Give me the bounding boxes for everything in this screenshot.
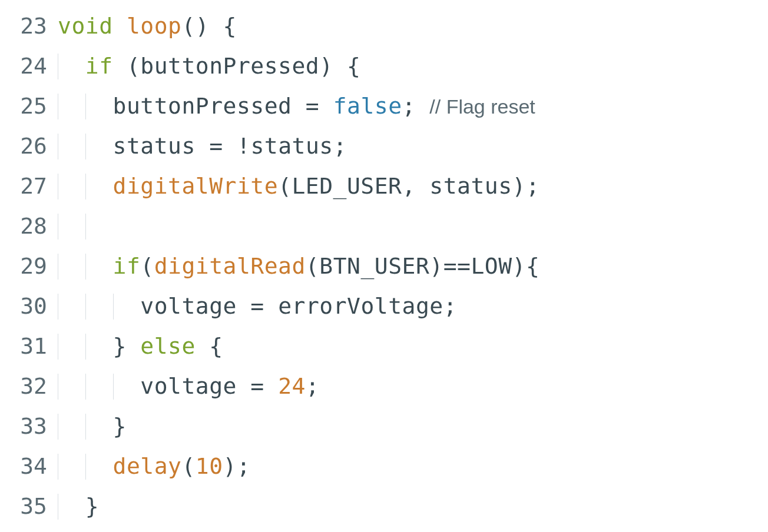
token-space xyxy=(196,133,209,159)
code-content: buttonPressed = false; // Flag reset xyxy=(58,86,768,127)
token-punct: ; xyxy=(526,173,539,199)
token-punct: } xyxy=(113,333,127,359)
indent-guide xyxy=(113,374,114,400)
line-number: 26 xyxy=(0,126,58,166)
token-space xyxy=(333,53,347,79)
token-number: 10 xyxy=(196,453,223,479)
token-space xyxy=(264,293,278,319)
indent-space xyxy=(58,373,85,399)
code-content: voltage = 24; xyxy=(58,366,768,406)
token-punct: ; xyxy=(333,133,347,159)
token-punct: ) xyxy=(512,253,526,279)
code-content: if (buttonPressed) { xyxy=(58,46,768,86)
line-number: 33 xyxy=(0,406,58,446)
token-punct: ( xyxy=(127,53,140,79)
token-space xyxy=(127,333,140,359)
indent-space xyxy=(58,333,85,359)
token-ident: status xyxy=(250,133,333,159)
token-punct: ) xyxy=(512,173,526,199)
code-line: 30 voltage = errorVoltage; xyxy=(0,286,768,326)
code-content: delay(10); xyxy=(58,446,768,486)
indent-space xyxy=(113,293,141,319)
token-punct: { xyxy=(526,253,539,279)
indent-space xyxy=(85,293,113,319)
token-const: BTN_USER xyxy=(319,253,429,279)
indent-guide xyxy=(85,414,86,440)
token-punct: { xyxy=(223,13,237,39)
token-comment: // Flag reset xyxy=(429,95,535,118)
indent-space xyxy=(58,213,85,239)
token-ident: voltage xyxy=(140,293,237,319)
token-number: 24 xyxy=(278,373,306,399)
indent-guide xyxy=(58,174,58,200)
indent-guide xyxy=(85,294,86,320)
indent-space xyxy=(85,93,113,119)
token-const: LED_USER xyxy=(292,173,402,199)
indent-space xyxy=(58,253,85,279)
token-literal-kw: false xyxy=(333,93,402,119)
token-space xyxy=(237,373,250,399)
token-punct: ( xyxy=(278,173,292,199)
indent-space xyxy=(58,53,85,79)
indent-space xyxy=(58,493,85,519)
line-number: 25 xyxy=(0,86,58,126)
indent-space xyxy=(113,373,141,399)
indent-space xyxy=(58,133,85,159)
indent-space xyxy=(58,413,85,439)
token-punct: ) xyxy=(429,253,443,279)
code-content: if(digitalRead(BTN_USER)==LOW){ xyxy=(58,246,768,286)
token-space xyxy=(416,93,429,119)
token-ident: voltage xyxy=(140,373,237,399)
indent-guide xyxy=(58,334,58,360)
line-number: 32 xyxy=(0,366,58,406)
line-number: 27 xyxy=(0,166,58,206)
token-punct: } xyxy=(113,413,127,439)
token-punct: ; xyxy=(402,93,416,119)
indent-space xyxy=(85,133,113,159)
token-func-def: loop xyxy=(127,13,182,39)
indent-space xyxy=(58,453,85,479)
indent-guide xyxy=(85,454,86,480)
token-func-call: digitalWrite xyxy=(113,173,279,199)
line-number: 23 xyxy=(0,6,58,46)
code-line: 24 if (buttonPressed) { xyxy=(0,46,768,86)
token-punct: ; xyxy=(443,293,457,319)
indent-space xyxy=(85,213,113,239)
code-line: 35 } xyxy=(0,486,768,526)
code-line: 25 buttonPressed = false; // Flag reset xyxy=(0,86,768,126)
token-space xyxy=(416,173,429,199)
token-space xyxy=(264,373,278,399)
indent-guide xyxy=(85,214,86,240)
indent-space xyxy=(58,293,85,319)
token-keyword: else xyxy=(140,333,196,359)
code-content: void loop() { xyxy=(58,6,768,46)
token-func-call: delay xyxy=(113,453,182,479)
token-ident: status xyxy=(429,173,512,199)
line-number: 24 xyxy=(0,46,58,86)
indent-space xyxy=(85,453,113,479)
line-number: 28 xyxy=(0,206,58,246)
code-content: } xyxy=(58,406,768,446)
indent-guide xyxy=(85,374,86,400)
code-content: } else { xyxy=(58,326,768,366)
token-punct: { xyxy=(347,53,360,79)
token-space xyxy=(319,93,333,119)
indent-guide xyxy=(58,494,58,520)
token-space xyxy=(209,13,223,39)
token-punct: ( xyxy=(140,253,154,279)
indent-guide xyxy=(58,414,58,440)
code-line: 34 delay(10); xyxy=(0,446,768,486)
token-punct: } xyxy=(85,493,99,519)
indent-guide xyxy=(58,94,58,119)
indent-guide xyxy=(58,134,58,159)
line-number: 35 xyxy=(0,486,58,526)
code-line: 31 } else { xyxy=(0,326,768,366)
token-ident: buttonPressed xyxy=(113,93,292,119)
code-line: 26 status = !status; xyxy=(0,126,768,166)
indent-guide xyxy=(85,334,86,360)
token-space xyxy=(113,53,127,79)
indent-guide xyxy=(58,294,58,320)
token-op: == xyxy=(443,253,471,279)
code-content: voltage = errorVoltage; xyxy=(58,286,768,326)
line-number: 34 xyxy=(0,446,58,486)
